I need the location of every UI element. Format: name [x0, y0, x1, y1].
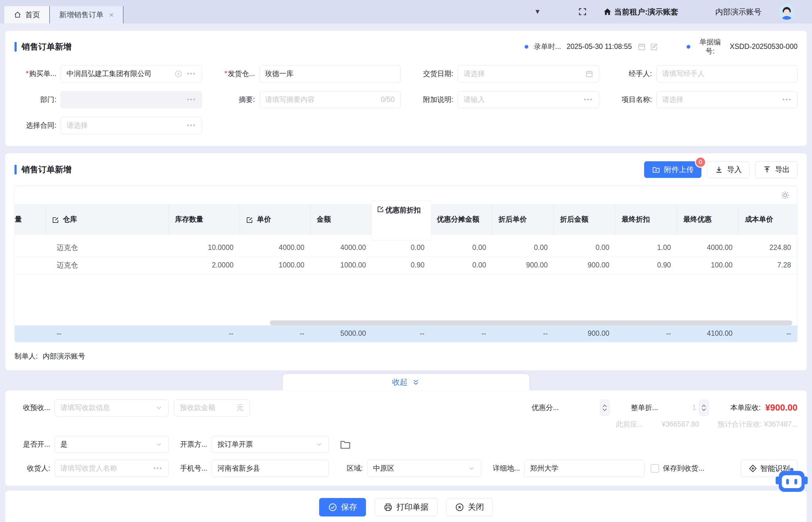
- phone-label: 手机号...: [178, 463, 212, 473]
- attachment-upload-button[interactable]: 附件上传 0: [644, 161, 701, 178]
- project-field[interactable]: 请选择 •••: [656, 91, 798, 108]
- whole-discount-field[interactable]: 1: [662, 403, 699, 412]
- phone-field[interactable]: 河南省新乡县: [212, 460, 329, 477]
- import-button[interactable]: 导入: [707, 161, 750, 178]
- invoice-flag-select[interactable]: 是: [55, 436, 169, 453]
- home-outline-icon: [14, 11, 22, 19]
- project-label: 项目名称:: [610, 95, 656, 104]
- department-label: 部门:: [15, 95, 61, 104]
- invoice-method-select[interactable]: 按订单开票: [212, 436, 329, 453]
- previous-due-label: 此前应...: [616, 420, 643, 429]
- ellipsis-icon[interactable]: •••: [187, 122, 196, 129]
- address-label: 详细地...: [490, 463, 524, 473]
- calendar-icon[interactable]: [637, 42, 646, 51]
- save-to-receiver-label: 保存到收货...: [663, 463, 704, 473]
- contract-field[interactable]: 请选择 •••: [61, 117, 202, 134]
- note-field[interactable]: 请输入 •••: [458, 91, 599, 108]
- chevron-down-icon: [468, 465, 475, 472]
- col-discounted-price: 折后单价: [492, 204, 554, 235]
- table-header-row: 量 仓库 库存数量 单价 金额: [15, 204, 797, 235]
- attachment-count-badge: 0: [695, 157, 706, 168]
- ellipsis-icon[interactable]: •••: [584, 96, 593, 103]
- col-cost-price: 成本单价: [739, 204, 797, 235]
- tab-close-icon[interactable]: ×: [109, 10, 114, 20]
- ellipsis-icon[interactable]: •••: [153, 465, 163, 472]
- ellipsis-icon[interactable]: •••: [782, 96, 792, 103]
- settlement-card: 收预收... 请填写收款信息 预收款金额 元 优惠分... 整单折.: [5, 390, 807, 486]
- ellipsis-icon[interactable]: •••: [187, 96, 196, 103]
- topbar: 首页 新增销售订单 × ▼ 当前租户:演示账套 内部演示账号: [0, 0, 812, 23]
- whole-discount-label: 整单折...: [631, 403, 662, 413]
- doc-no-value: XSDD-20250530-000: [730, 42, 797, 51]
- collapse-button[interactable]: 收起: [283, 374, 529, 390]
- region-select[interactable]: 中原区: [367, 460, 481, 477]
- summary-field[interactable]: 请填写摘要内容 0/50: [259, 91, 401, 108]
- maker-row: 制单人: 内部演示账号: [15, 352, 797, 361]
- invoice-method-label: 开票方...: [178, 440, 212, 449]
- folder-plus-icon: [652, 165, 660, 174]
- receiver-field[interactable]: 请填写收货人名称 •••: [55, 460, 169, 477]
- col-pre-discount: 优惠前折扣: [372, 204, 431, 235]
- handler-field[interactable]: 请填写经手人: [656, 65, 798, 82]
- discount-share-stepper[interactable]: [600, 400, 609, 416]
- address-field[interactable]: 郑州大学: [524, 460, 644, 477]
- account-name[interactable]: 内部演示账号: [715, 7, 761, 17]
- order-meta: 录单时... 2025-05-30 11:08:55 单据编号: XSDD-20…: [525, 38, 797, 56]
- advance-label: 收预收...: [15, 403, 55, 413]
- tabs-dropdown-icon[interactable]: ▼: [534, 8, 541, 16]
- title-accent-bar: [15, 42, 17, 52]
- cell-warehouse: 迈克仓: [45, 243, 169, 253]
- whole-discount-stepper[interactable]: [699, 400, 709, 416]
- close-button[interactable]: 关闭: [446, 498, 493, 517]
- tab-home[interactable]: 首页: [4, 6, 49, 23]
- save-to-receiver-checkbox[interactable]: [651, 464, 659, 473]
- download-icon: [715, 165, 723, 174]
- avatar[interactable]: [779, 4, 795, 20]
- delivery-date-field[interactable]: 请选择: [458, 65, 599, 82]
- fullscreen-icon[interactable]: [578, 7, 587, 16]
- handler-label: 经手人:: [610, 69, 656, 79]
- advance-select[interactable]: 请填写收款信息: [55, 399, 169, 417]
- folder-icon[interactable]: [339, 438, 351, 450]
- order-header-form: *购买单... 中润昌弘建工集团有限公司 ••• *发货仓... 玫德一库: [15, 65, 797, 134]
- export-button[interactable]: 导出: [755, 161, 797, 178]
- collapse-strip: 收起: [0, 370, 812, 390]
- due-value: ¥900.00: [765, 403, 797, 413]
- scrollbar-thumb[interactable]: [270, 320, 792, 325]
- settlement-row-1: 收预收... 请填写收款信息 预收款金额 元 优惠分... 整单折.: [15, 399, 797, 417]
- save-button[interactable]: 保存: [319, 498, 366, 517]
- horizontal-scrollbar: [17, 320, 795, 325]
- clear-icon[interactable]: [174, 70, 182, 78]
- advance-amount-field[interactable]: 预收款金额 元: [174, 399, 250, 417]
- col-stock-qty: 库存数量: [169, 204, 240, 235]
- items-card: 销售订单新增 附件上传 0 导入: [5, 153, 807, 370]
- tenant-label: 当前租户:演示账套: [614, 7, 678, 17]
- tab-new-sales-order[interactable]: 新增销售订单 ×: [49, 6, 123, 23]
- field-dot: [687, 45, 690, 48]
- discount-share-label: 优惠分...: [532, 403, 563, 413]
- receiver-label: 收货人:: [15, 463, 55, 473]
- chevron-down-icon: [155, 441, 163, 448]
- invoice-flag-label: 是否开...: [15, 440, 55, 449]
- unit-label: 元: [236, 403, 244, 413]
- edit-time-icon[interactable]: [650, 42, 658, 51]
- ellipsis-icon[interactable]: •••: [187, 70, 196, 77]
- tab-new-sales-order-label: 新增销售订单: [59, 10, 103, 20]
- home-filled-icon: [603, 7, 612, 16]
- assistant-robot-button[interactable]: [775, 467, 808, 494]
- maker-value: 内部演示账号: [42, 352, 85, 361]
- column-settings-gear-icon[interactable]: [780, 190, 790, 200]
- summary-row: -- -- -- 5000.00 -- -- -- 900.00 -- 4100…: [15, 325, 797, 342]
- order-header-title: 销售订单新增: [15, 41, 72, 52]
- print-button[interactable]: 打印单据: [374, 498, 438, 517]
- buyer-field[interactable]: 中润昌弘建工集团有限公司 •••: [61, 65, 202, 82]
- estimated-total-label: 预计合计应收:: [718, 420, 762, 428]
- col-discount-share: 优惠分摊金额: [431, 204, 492, 235]
- department-field[interactable]: •••: [61, 91, 202, 108]
- table-row[interactable]: 迈克仓 2.0000 1000.00 1000.00 0.90 0.00 900…: [15, 257, 797, 274]
- col-final-preferential: 最终优惠: [677, 204, 739, 235]
- warehouse-field[interactable]: 玫德一库: [259, 65, 401, 82]
- delivery-date-label: 交货日期:: [411, 69, 458, 79]
- table-row[interactable]: 迈克仓 10.0000 4000.00 4000.00 0.00 0.00 0.…: [15, 239, 797, 257]
- tenant-switcher[interactable]: 当前租户:演示账套: [603, 7, 678, 17]
